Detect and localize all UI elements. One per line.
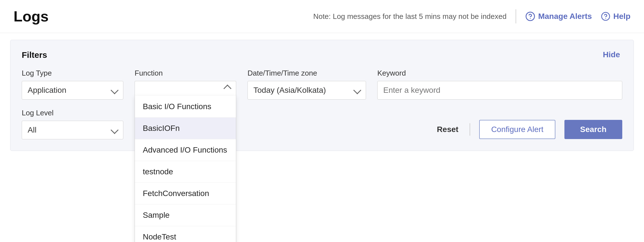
log-level-label: Log Level <box>22 109 123 117</box>
search-button[interactable]: Search <box>564 120 622 139</box>
log-type-chevron-icon <box>111 86 119 94</box>
manage-alerts-icon <box>525 11 535 21</box>
hide-link[interactable]: Hide <box>603 50 620 59</box>
function-chevron-icon <box>224 85 231 93</box>
log-type-label: Log Type <box>22 69 123 78</box>
help-icon <box>601 12 610 21</box>
filters-title: Filters <box>22 50 622 60</box>
page-header: Logs Note: Log messages for the last 5 m… <box>0 0 644 33</box>
filters-row-2: Log Level All Reset Configure Alert Sear… <box>22 109 622 139</box>
dropdown-item-basic-io[interactable]: Basic I/O Functions <box>135 96 236 118</box>
configure-alert-button[interactable]: Configure Alert <box>479 120 555 139</box>
datetime-group: Date/Time/Time zone Today (Asia/Kolkata) <box>247 69 366 100</box>
manage-alerts-link[interactable]: Manage Alerts <box>525 11 592 21</box>
header-divider <box>516 9 516 23</box>
keyword-input[interactable] <box>377 81 622 100</box>
datetime-chevron-icon <box>353 86 361 94</box>
function-select[interactable] <box>135 81 236 96</box>
log-level-chevron-icon <box>111 126 119 134</box>
actions-divider <box>470 123 470 136</box>
dropdown-item-testnode[interactable]: testnode <box>135 161 236 183</box>
dropdown-item-basicIOFn[interactable]: BasicIOFn <box>135 118 236 139</box>
dropdown-item-nodetest[interactable]: NodeTest <box>135 226 236 242</box>
function-label: Function <box>135 69 236 78</box>
log-level-group: Log Level All <box>22 109 123 139</box>
log-type-select[interactable]: Application <box>22 81 123 100</box>
page-title: Logs <box>14 8 313 25</box>
dropdown-item-sample[interactable]: Sample <box>135 204 236 226</box>
log-level-value: All <box>28 126 36 135</box>
help-link[interactable]: Help <box>601 12 630 21</box>
function-dropdown: Basic I/O Functions BasicIOFn Advanced I… <box>135 96 236 242</box>
datetime-value: Today (Asia/Kolkata) <box>253 86 326 95</box>
reset-button[interactable]: Reset <box>435 120 461 138</box>
log-type-value: Application <box>28 86 66 95</box>
actions-group: Reset Configure Alert Search <box>435 109 622 139</box>
dropdown-item-advanced-io[interactable]: Advanced I/O Functions <box>135 139 236 161</box>
log-type-group: Log Type Application <box>22 69 123 100</box>
datetime-label: Date/Time/Time zone <box>247 69 366 78</box>
filters-row-1: Log Type Application Function Basic I/O … <box>22 69 622 100</box>
keyword-group: Keyword <box>377 69 622 100</box>
log-level-select[interactable]: All <box>22 121 123 139</box>
keyword-label: Keyword <box>377 69 622 78</box>
manage-alerts-label: Manage Alerts <box>538 12 592 21</box>
filters-panel: Filters Hide Log Type Application Functi… <box>10 40 634 151</box>
function-wrapper: Basic I/O Functions BasicIOFn Advanced I… <box>135 81 236 96</box>
function-group: Function Basic I/O Functions BasicIOFn A… <box>135 69 236 96</box>
datetime-select[interactable]: Today (Asia/Kolkata) <box>247 81 366 100</box>
indexed-note: Note: Log messages for the last 5 mins m… <box>313 12 507 21</box>
help-label: Help <box>613 12 630 21</box>
dropdown-item-fetch-conversation[interactable]: FetchConversation <box>135 183 236 204</box>
header-right: Note: Log messages for the last 5 mins m… <box>313 9 630 23</box>
